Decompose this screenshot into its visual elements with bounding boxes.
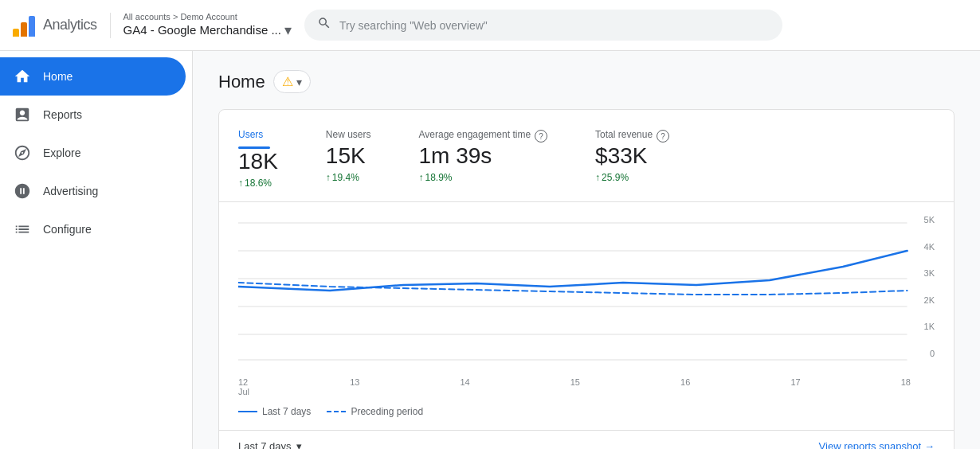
legend-previous: Preceding period	[327, 406, 423, 417]
view-reports-label: View reports snapshot	[819, 440, 921, 449]
metric-engagement: Average engagement time ? 1m 39s 18.9%	[419, 129, 548, 189]
advertising-icon	[13, 182, 32, 201]
metric-new-users-value: 15K	[326, 143, 371, 169]
sidebar-item-advertising[interactable]: Advertising	[0, 172, 186, 210]
view-reports-link[interactable]: View reports snapshot →	[819, 440, 935, 449]
metric-users-label: Users	[238, 129, 278, 140]
metric-new-users-label: New users	[326, 129, 371, 140]
account-breadcrumb: All accounts > Demo Account	[123, 12, 292, 21]
account-dropdown-arrow: ▾	[284, 21, 292, 39]
y-label-1k: 1K	[924, 322, 935, 331]
y-label-3k: 3K	[924, 268, 935, 278]
sidebar-item-configure-label: Configure	[43, 223, 92, 236]
header-divider	[110, 13, 111, 38]
page-title: Home	[218, 72, 265, 92]
search-icon	[317, 16, 331, 34]
date-range-label: Last 7 days	[238, 440, 292, 449]
home-icon	[13, 67, 32, 86]
metric-users-label-container: Users	[238, 129, 278, 149]
y-label-2k: 2K	[924, 295, 935, 305]
y-label-5k: 5K	[924, 215, 935, 224]
metric-engagement-label: Average engagement time	[419, 129, 531, 140]
sidebar-item-reports-label: Reports	[43, 108, 82, 121]
legend-row: Last 7 days Preceding period	[219, 400, 954, 430]
logo-bar-2	[21, 22, 27, 37]
sidebar-item-configure[interactable]: Configure	[0, 210, 186, 248]
metric-new-users-change: 19.4%	[326, 172, 371, 183]
metric-new-users: New users 15K 19.4%	[326, 129, 371, 189]
warning-icon: ⚠	[282, 74, 293, 89]
account-name: GA4 - Google Merchandise ...	[123, 23, 281, 37]
sidebar-item-explore[interactable]: Explore	[0, 134, 186, 172]
legend-dashed-line	[327, 411, 346, 412]
x-label-12: 12 Jul	[238, 377, 249, 396]
x-label-17: 17	[790, 377, 800, 396]
metric-users: Users 18K 18.6%	[238, 129, 278, 189]
x-date-12: 12	[238, 377, 248, 387]
legend-previous-label: Preceding period	[351, 406, 423, 417]
x-label-13: 13	[350, 377, 359, 396]
y-label-4k: 4K	[924, 242, 935, 252]
logo-area: Analytics	[13, 14, 97, 37]
x-axis-labels: 12 Jul 13 14 15 16 17 18	[238, 374, 935, 400]
metric-engagement-value: 1m 39s	[419, 143, 548, 169]
account-selector[interactable]: GA4 - Google Merchandise ... ▾	[123, 21, 292, 39]
metrics-card: Users 18K 18.6% New users 15K 19.4% Aver…	[218, 109, 955, 449]
engagement-info-icon[interactable]: ?	[535, 130, 547, 143]
chart-container: 5K 4K 3K 2K 1K 0	[238, 215, 935, 374]
y-label-0: 0	[924, 349, 935, 358]
app-header: Analytics All accounts > Demo Account GA…	[0, 0, 980, 51]
metrics-row: Users 18K 18.6% New users 15K 19.4% Aver…	[219, 110, 954, 202]
sidebar-item-advertising-label: Advertising	[43, 185, 98, 197]
app-name: Analytics	[43, 17, 97, 33]
warning-dropdown-arrow: ▾	[296, 76, 302, 88]
date-range-arrow: ▾	[296, 440, 302, 449]
chart-area: 5K 4K 3K 2K 1K 0 12 Jul 13 14	[219, 202, 954, 400]
revenue-info-icon[interactable]: ?	[657, 130, 669, 143]
metric-users-change: 18.6%	[238, 178, 278, 189]
page-title-row: Home ⚠ ▾	[218, 70, 955, 93]
sidebar-item-reports[interactable]: Reports	[0, 96, 186, 134]
view-reports-arrow: →	[924, 440, 935, 449]
search-bar[interactable]: Try searching "Web overview"	[304, 10, 782, 41]
sidebar-item-home-label: Home	[43, 70, 73, 83]
explore-icon	[13, 143, 32, 162]
reports-icon	[13, 105, 32, 124]
sidebar-item-home[interactable]: Home	[0, 57, 186, 96]
logo-bar-3	[29, 16, 35, 37]
legend-current: Last 7 days	[238, 406, 311, 417]
x-month-jul: Jul	[238, 387, 249, 396]
metric-users-value: 18K	[238, 149, 278, 174]
legend-current-label: Last 7 days	[262, 406, 311, 417]
metric-revenue-change: 25.9%	[595, 172, 669, 183]
sidebar-item-explore-label: Explore	[43, 146, 80, 159]
sidebar: Home Reports Explore Advertising	[0, 51, 193, 449]
y-axis-labels: 5K 4K 3K 2K 1K 0	[924, 215, 935, 374]
metric-revenue: Total revenue ? $33K 25.9%	[595, 129, 669, 189]
account-info: All accounts > Demo Account GA4 - Google…	[123, 12, 292, 39]
metric-engagement-change: 18.9%	[419, 172, 548, 183]
x-label-15: 15	[570, 377, 580, 396]
main-content: Home ⚠ ▾ Users 18K 18.6%	[193, 51, 980, 449]
metric-revenue-value: $33K	[595, 143, 669, 169]
search-placeholder: Try searching "Web overview"	[339, 19, 488, 32]
x-label-14: 14	[460, 377, 469, 396]
analytics-logo	[13, 14, 35, 37]
x-label-18: 18	[901, 377, 911, 396]
card-footer: Last 7 days ▾ View reports snapshot →	[219, 430, 954, 449]
body-area: Home Reports Explore Advertising	[0, 51, 980, 449]
configure-icon	[13, 220, 32, 239]
legend-solid-line	[238, 411, 257, 412]
x-label-16: 16	[680, 377, 690, 396]
metric-revenue-label: Total revenue	[595, 129, 653, 140]
warning-button[interactable]: ⚠ ▾	[273, 70, 311, 93]
chart-svg	[238, 215, 935, 362]
date-range-button[interactable]: Last 7 days ▾	[238, 440, 302, 449]
logo-bar-1	[13, 29, 19, 37]
